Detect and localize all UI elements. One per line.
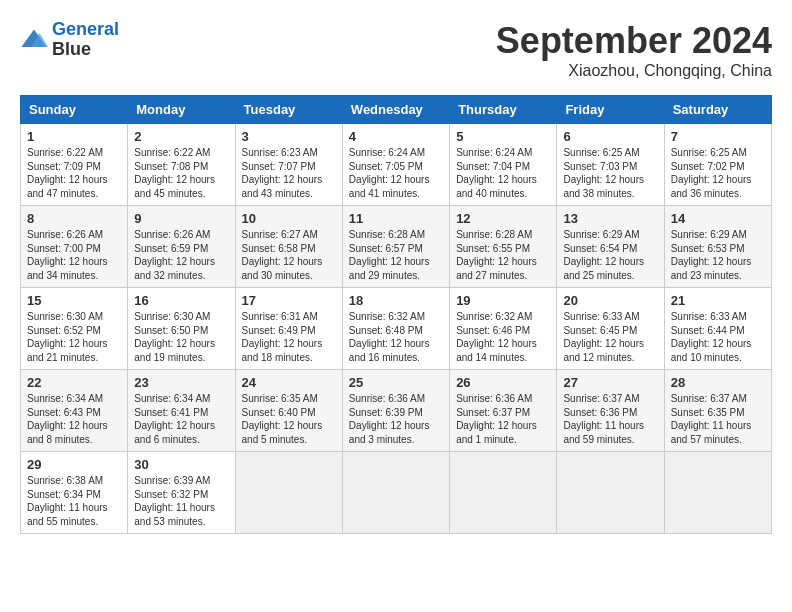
calendar-cell: 27 Sunrise: 6:37 AMSunset: 6:36 PMDaylig… [557, 370, 664, 452]
cell-info: Sunrise: 6:30 AMSunset: 6:52 PMDaylight:… [27, 311, 108, 363]
calendar-cell: 20 Sunrise: 6:33 AMSunset: 6:45 PMDaylig… [557, 288, 664, 370]
calendar-cell: 3 Sunrise: 6:23 AMSunset: 7:07 PMDayligh… [235, 124, 342, 206]
calendar-cell [557, 452, 664, 534]
week-row-1: 1 Sunrise: 6:22 AMSunset: 7:09 PMDayligh… [21, 124, 772, 206]
cell-info: Sunrise: 6:24 AMSunset: 7:05 PMDaylight:… [349, 147, 430, 199]
cell-info: Sunrise: 6:35 AMSunset: 6:40 PMDaylight:… [242, 393, 323, 445]
calendar-cell: 12 Sunrise: 6:28 AMSunset: 6:55 PMDaylig… [450, 206, 557, 288]
cell-info: Sunrise: 6:22 AMSunset: 7:09 PMDaylight:… [27, 147, 108, 199]
logo-text: General Blue [52, 20, 119, 60]
location: Xiaozhou, Chongqing, China [496, 62, 772, 80]
calendar-cell: 19 Sunrise: 6:32 AMSunset: 6:46 PMDaylig… [450, 288, 557, 370]
day-number: 8 [27, 211, 121, 226]
cell-info: Sunrise: 6:22 AMSunset: 7:08 PMDaylight:… [134, 147, 215, 199]
cell-info: Sunrise: 6:32 AMSunset: 6:48 PMDaylight:… [349, 311, 430, 363]
calendar-cell: 24 Sunrise: 6:35 AMSunset: 6:40 PMDaylig… [235, 370, 342, 452]
day-number: 2 [134, 129, 228, 144]
week-row-5: 29 Sunrise: 6:38 AMSunset: 6:34 PMDaylig… [21, 452, 772, 534]
cell-info: Sunrise: 6:33 AMSunset: 6:44 PMDaylight:… [671, 311, 752, 363]
cell-info: Sunrise: 6:36 AMSunset: 6:37 PMDaylight:… [456, 393, 537, 445]
calendar-cell: 28 Sunrise: 6:37 AMSunset: 6:35 PMDaylig… [664, 370, 771, 452]
day-number: 19 [456, 293, 550, 308]
calendar-header: SundayMondayTuesdayWednesdayThursdayFrid… [21, 96, 772, 124]
day-number: 26 [456, 375, 550, 390]
calendar-cell: 10 Sunrise: 6:27 AMSunset: 6:58 PMDaylig… [235, 206, 342, 288]
page-header: General Blue September 2024 Xiaozhou, Ch… [20, 20, 772, 80]
day-number: 1 [27, 129, 121, 144]
calendar-cell: 9 Sunrise: 6:26 AMSunset: 6:59 PMDayligh… [128, 206, 235, 288]
cell-info: Sunrise: 6:37 AMSunset: 6:35 PMDaylight:… [671, 393, 752, 445]
day-number: 22 [27, 375, 121, 390]
calendar-cell: 30 Sunrise: 6:39 AMSunset: 6:32 PMDaylig… [128, 452, 235, 534]
header-day-tuesday: Tuesday [235, 96, 342, 124]
cell-info: Sunrise: 6:24 AMSunset: 7:04 PMDaylight:… [456, 147, 537, 199]
week-row-2: 8 Sunrise: 6:26 AMSunset: 7:00 PMDayligh… [21, 206, 772, 288]
logo-line1: General [52, 19, 119, 39]
calendar-cell: 7 Sunrise: 6:25 AMSunset: 7:02 PMDayligh… [664, 124, 771, 206]
cell-info: Sunrise: 6:26 AMSunset: 7:00 PMDaylight:… [27, 229, 108, 281]
calendar-cell: 1 Sunrise: 6:22 AMSunset: 7:09 PMDayligh… [21, 124, 128, 206]
day-number: 7 [671, 129, 765, 144]
cell-info: Sunrise: 6:34 AMSunset: 6:43 PMDaylight:… [27, 393, 108, 445]
calendar-cell: 13 Sunrise: 6:29 AMSunset: 6:54 PMDaylig… [557, 206, 664, 288]
month-title: September 2024 [496, 20, 772, 62]
cell-info: Sunrise: 6:23 AMSunset: 7:07 PMDaylight:… [242, 147, 323, 199]
header-day-monday: Monday [128, 96, 235, 124]
day-number: 18 [349, 293, 443, 308]
day-number: 11 [349, 211, 443, 226]
header-day-thursday: Thursday [450, 96, 557, 124]
day-number: 10 [242, 211, 336, 226]
calendar-cell [664, 452, 771, 534]
calendar-cell: 4 Sunrise: 6:24 AMSunset: 7:05 PMDayligh… [342, 124, 449, 206]
calendar-cell: 29 Sunrise: 6:38 AMSunset: 6:34 PMDaylig… [21, 452, 128, 534]
calendar-cell [450, 452, 557, 534]
day-number: 12 [456, 211, 550, 226]
logo-line2: Blue [52, 39, 91, 59]
day-number: 21 [671, 293, 765, 308]
calendar-cell: 18 Sunrise: 6:32 AMSunset: 6:48 PMDaylig… [342, 288, 449, 370]
header-row: SundayMondayTuesdayWednesdayThursdayFrid… [21, 96, 772, 124]
calendar-cell: 25 Sunrise: 6:36 AMSunset: 6:39 PMDaylig… [342, 370, 449, 452]
day-number: 24 [242, 375, 336, 390]
calendar-cell: 26 Sunrise: 6:36 AMSunset: 6:37 PMDaylig… [450, 370, 557, 452]
cell-info: Sunrise: 6:27 AMSunset: 6:58 PMDaylight:… [242, 229, 323, 281]
calendar-cell: 5 Sunrise: 6:24 AMSunset: 7:04 PMDayligh… [450, 124, 557, 206]
cell-info: Sunrise: 6:34 AMSunset: 6:41 PMDaylight:… [134, 393, 215, 445]
day-number: 6 [563, 129, 657, 144]
week-row-4: 22 Sunrise: 6:34 AMSunset: 6:43 PMDaylig… [21, 370, 772, 452]
cell-info: Sunrise: 6:28 AMSunset: 6:55 PMDaylight:… [456, 229, 537, 281]
calendar-cell [235, 452, 342, 534]
cell-info: Sunrise: 6:29 AMSunset: 6:53 PMDaylight:… [671, 229, 752, 281]
cell-info: Sunrise: 6:33 AMSunset: 6:45 PMDaylight:… [563, 311, 644, 363]
day-number: 9 [134, 211, 228, 226]
calendar-cell [342, 452, 449, 534]
calendar-cell: 8 Sunrise: 6:26 AMSunset: 7:00 PMDayligh… [21, 206, 128, 288]
day-number: 13 [563, 211, 657, 226]
calendar-cell: 14 Sunrise: 6:29 AMSunset: 6:53 PMDaylig… [664, 206, 771, 288]
cell-info: Sunrise: 6:25 AMSunset: 7:03 PMDaylight:… [563, 147, 644, 199]
calendar-cell: 2 Sunrise: 6:22 AMSunset: 7:08 PMDayligh… [128, 124, 235, 206]
cell-info: Sunrise: 6:28 AMSunset: 6:57 PMDaylight:… [349, 229, 430, 281]
day-number: 15 [27, 293, 121, 308]
logo-icon [20, 26, 48, 54]
day-number: 16 [134, 293, 228, 308]
day-number: 30 [134, 457, 228, 472]
day-number: 3 [242, 129, 336, 144]
day-number: 17 [242, 293, 336, 308]
calendar-cell: 11 Sunrise: 6:28 AMSunset: 6:57 PMDaylig… [342, 206, 449, 288]
cell-info: Sunrise: 6:32 AMSunset: 6:46 PMDaylight:… [456, 311, 537, 363]
day-number: 20 [563, 293, 657, 308]
calendar-table: SundayMondayTuesdayWednesdayThursdayFrid… [20, 95, 772, 534]
header-day-sunday: Sunday [21, 96, 128, 124]
header-day-wednesday: Wednesday [342, 96, 449, 124]
day-number: 29 [27, 457, 121, 472]
cell-info: Sunrise: 6:37 AMSunset: 6:36 PMDaylight:… [563, 393, 644, 445]
calendar-cell: 6 Sunrise: 6:25 AMSunset: 7:03 PMDayligh… [557, 124, 664, 206]
cell-info: Sunrise: 6:38 AMSunset: 6:34 PMDaylight:… [27, 475, 108, 527]
day-number: 28 [671, 375, 765, 390]
header-day-saturday: Saturday [664, 96, 771, 124]
day-number: 5 [456, 129, 550, 144]
calendar-cell: 21 Sunrise: 6:33 AMSunset: 6:44 PMDaylig… [664, 288, 771, 370]
calendar-body: 1 Sunrise: 6:22 AMSunset: 7:09 PMDayligh… [21, 124, 772, 534]
cell-info: Sunrise: 6:39 AMSunset: 6:32 PMDaylight:… [134, 475, 215, 527]
